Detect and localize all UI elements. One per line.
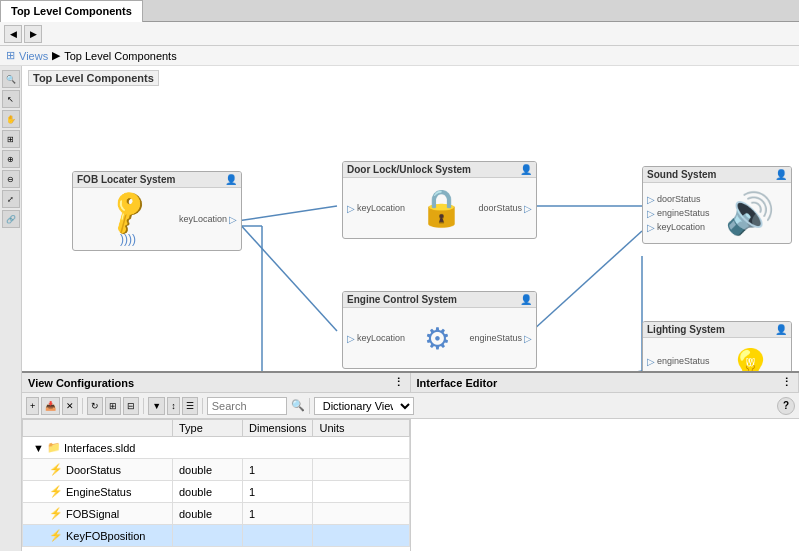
- col-dim: Dimensions: [243, 420, 313, 437]
- item-fobsignal[interactable]: ⚡ FOBSignal: [29, 505, 166, 522]
- tab-top-level-components[interactable]: Top Level Components: [0, 0, 143, 22]
- main-toolbar: ◀ ▶: [0, 22, 799, 46]
- table-row-doorstatus[interactable]: ⚡ DoorStatus double 1: [23, 459, 410, 481]
- signal-icon-3: ⚡: [49, 507, 63, 520]
- cell-type-fobsignal: double: [173, 503, 243, 525]
- item-enginestatus[interactable]: ⚡ EngineStatus: [29, 483, 166, 500]
- search-icon: 🔍: [291, 399, 305, 412]
- right-panel-content: [411, 419, 800, 551]
- table-row-keyfob[interactable]: ⚡ KeyFOBposition: [23, 525, 410, 547]
- delete-btn[interactable]: ✕: [62, 397, 78, 415]
- item-doorstatus[interactable]: ⚡ DoorStatus: [29, 461, 166, 478]
- svg-line-3: [532, 231, 642, 331]
- panel-content: Type Dimensions Units ▼ 📁: [22, 419, 799, 551]
- breadcrumb-current: Top Level Components: [64, 50, 177, 62]
- door-port-out-door: doorStatus ▷: [478, 203, 532, 214]
- back-button[interactable]: ◀: [4, 25, 22, 43]
- cell-type-doorstatus: double: [173, 459, 243, 481]
- engine-body: ▷ keyLocation ⚙ engineStatus ▷: [343, 308, 536, 368]
- fob-title: FOB Locater System 👤: [73, 172, 241, 188]
- breadcrumb-views[interactable]: Views: [19, 50, 48, 62]
- right-panel-title: Interface Editor: [417, 377, 498, 389]
- left-panel-menu[interactable]: ⋮: [393, 376, 404, 389]
- sidebar-btn-link[interactable]: 🔗: [2, 210, 20, 228]
- cell-units-enginestatus: [313, 481, 409, 503]
- engine-port-in-key: ▷ keyLocation: [347, 333, 405, 344]
- cell-dim-fobsignal: 1: [243, 503, 313, 525]
- expand-btn[interactable]: ⊞: [105, 397, 121, 415]
- item-label-keyfob: KeyFOBposition: [66, 530, 145, 542]
- add-btn[interactable]: +: [26, 397, 39, 415]
- left-panel-title-bar: View Configurations ⋮: [22, 373, 411, 392]
- table-row-enginestatus[interactable]: ⚡ EngineStatus double 1: [23, 481, 410, 503]
- item-label-fobsignal: FOBSignal: [66, 508, 119, 520]
- sep2: [143, 398, 144, 414]
- cell-units-keyfob: [313, 525, 409, 547]
- sidebar-btn-zoom-out[interactable]: ⊖: [2, 170, 20, 188]
- sidebar-btn-pan[interactable]: ✋: [2, 110, 20, 128]
- engine-icon-user: 👤: [520, 294, 532, 305]
- sep3: [202, 398, 203, 414]
- sidebar-btn-grid[interactable]: ⊞: [2, 130, 20, 148]
- door-body: ▷ keyLocation 🔒 doorStatus ▷: [343, 178, 536, 238]
- cell-dim-keyfob: [243, 525, 313, 547]
- sidebar-btn-cursor[interactable]: ↖: [2, 90, 20, 108]
- panel-toolbar: + 📥 ✕ ↻ ⊞ ⊟ ▼ ↕ ☰ 🔍 Dictionary View: [22, 393, 799, 419]
- cell-dim-enginestatus: 1: [243, 481, 313, 503]
- breadcrumb-separator: ▶: [52, 49, 60, 62]
- refresh-btn[interactable]: ↻: [87, 397, 103, 415]
- search-input[interactable]: [207, 397, 287, 415]
- door-component[interactable]: Door Lock/Unlock System 👤 ▷ keyLocation …: [342, 161, 537, 239]
- door-icon-user: 👤: [520, 164, 532, 175]
- help-button[interactable]: ?: [777, 397, 795, 415]
- lighting-port-in-engine: ▷ engineStatus: [647, 356, 710, 367]
- sidebar-btn-fit[interactable]: ⤢: [2, 190, 20, 208]
- lock-icon: 🔒: [419, 187, 464, 229]
- sidebar-btn-zoom-in[interactable]: ⊕: [2, 150, 20, 168]
- sep4: [309, 398, 310, 414]
- tab-bar: Top Level Components: [0, 0, 799, 22]
- view-dropdown[interactable]: Dictionary View: [314, 397, 414, 415]
- fob-body: 🔑 )))) keyLocation ▷: [73, 188, 241, 250]
- fob-port-keylocation: keyLocation ▷: [179, 214, 237, 225]
- tab-label: Top Level Components: [11, 5, 132, 17]
- engine-title: Engine Control System 👤: [343, 292, 536, 308]
- sound-component[interactable]: Sound System 👤 ▷ doorStatus ▷ engineStat…: [642, 166, 792, 244]
- import-btn[interactable]: 📥: [41, 397, 60, 415]
- col-units: Units: [313, 420, 409, 437]
- breadcrumb-icon: ⊞: [6, 49, 15, 62]
- lighting-icon-user: 👤: [775, 324, 787, 335]
- tree-expand-icon[interactable]: ▼: [33, 442, 44, 454]
- right-panel-menu[interactable]: ⋮: [781, 376, 792, 389]
- item-label-doorstatus: DoorStatus: [66, 464, 121, 476]
- sort-btn[interactable]: ↕: [167, 397, 180, 415]
- list-btn[interactable]: ☰: [182, 397, 198, 415]
- item-label-enginestatus: EngineStatus: [66, 486, 131, 498]
- sep1: [82, 398, 83, 414]
- sound-port-in-door: ▷ doorStatus: [647, 194, 710, 205]
- bottom-panel: View Configurations ⋮ Interface Editor ⋮…: [22, 371, 799, 551]
- main-area: 🔍 ↖ ✋ ⊞ ⊕ ⊖ ⤢ 🔗 Top Level Components: [0, 66, 799, 551]
- sound-title: Sound System 👤: [643, 167, 791, 183]
- cell-dim-doorstatus: 1: [243, 459, 313, 481]
- engine-component[interactable]: Engine Control System 👤 ▷ keyLocation ⚙ …: [342, 291, 537, 369]
- item-keyfob[interactable]: ⚡ KeyFOBposition: [29, 527, 166, 544]
- table-row-fobsignal[interactable]: ⚡ FOBSignal double 1: [23, 503, 410, 525]
- left-panel-title: View Configurations: [28, 377, 134, 389]
- svg-line-0: [237, 206, 337, 221]
- signal-icon-1: ⚡: [49, 463, 63, 476]
- sidebar-btn-search[interactable]: 🔍: [2, 70, 20, 88]
- tree-root[interactable]: ▼ 📁 Interfaces.sldd: [29, 439, 403, 456]
- collapse-btn[interactable]: ⊟: [123, 397, 139, 415]
- forward-button[interactable]: ▶: [24, 25, 42, 43]
- canvas-area: Top Level Components FOB Locater System …: [22, 66, 799, 551]
- sidebar: 🔍 ↖ ✋ ⊞ ⊕ ⊖ ⤢ 🔗: [0, 66, 22, 551]
- cell-type-keyfob: [173, 525, 243, 547]
- tree-root-row: ▼ 📁 Interfaces.sldd: [23, 437, 410, 459]
- fob-component[interactable]: FOB Locater System 👤 🔑 )))) keyLocation …: [72, 171, 242, 251]
- filter-btn[interactable]: ▼: [148, 397, 165, 415]
- tree-root-label: Interfaces.sldd: [64, 442, 136, 454]
- folder-icon: 📁: [47, 441, 61, 454]
- key-icon: 🔑: [101, 185, 155, 238]
- panels-header: View Configurations ⋮ Interface Editor ⋮: [22, 373, 799, 393]
